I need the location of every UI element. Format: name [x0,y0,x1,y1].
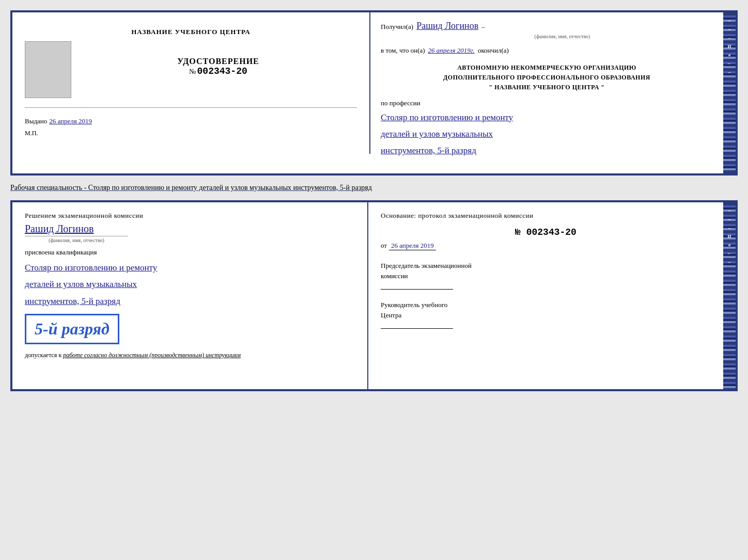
top-left-panel: НАЗВАНИЕ УЧЕБНОГО ЦЕНТРА УДОСТОВЕРЕНИЕ №… [12,12,370,154]
top-right-panel: Получил(а) Рашид Логинов – (фамилия, имя… [370,12,723,173]
vtom-date: 26 апреля 2019г. [428,46,475,55]
vtom-label: в том, что он(а) [381,46,425,55]
qual-line1: Столяр по изготовлению и ремонту [25,260,355,276]
rukovoditel-sign-line [381,328,453,329]
vydano-value: 26 апреля 2019 [49,117,92,125]
right-edge-top: – – – И а ← – [723,12,736,173]
bottom-right-panel: Основание: протокол экзаменационной коми… [368,202,723,389]
dopusk-label: допускается к [25,351,61,359]
predsedatel-line1: Председатель экзаменационной [381,261,711,271]
profession-line1: Столяр по изготовлению и ремонту [381,109,713,126]
qual-line3: инструментов, 5-й разряд [25,293,355,310]
predsedatel-block: Председатель экзаменационной комиссии [381,261,711,290]
mp-label: М.П. [25,130,38,137]
po-professii-top: по профессии [381,99,713,107]
okonchil-text: окончил(а) [478,46,509,55]
profession-text-top: Столяр по изготовлению и ремонту деталей… [381,109,713,159]
bottom-left-panel: Решением экзаменационной комиссии Рашид … [12,202,368,389]
osnovanie-text: Основание: протокол экзаменационной коми… [381,212,711,220]
photo-placeholder [25,41,71,98]
razryad-big: 5-й разряд [35,319,110,338]
vydano-label: Выдано [25,117,47,125]
org-line2: ДОПОЛНИТЕЛЬНОГО ПРОФЕССИОНАЛЬНОГО ОБРАЗО… [381,73,713,83]
cert-number-top: 002343-20 [197,66,247,76]
profession-line3: инструментов, 5-й разряд [381,142,713,159]
right-edge-bottom: – – – И а ← – [723,202,736,389]
predsedatel-line2: комиссии [381,271,711,281]
specialty-label: Рабочая специальность - Столяр по изгото… [10,182,738,194]
protocol-num: 002343-20 [526,227,576,237]
dopusk-value: работе согласно должностным (производств… [63,351,241,359]
vydano-line: Выдано 26 апреля 2019 [25,117,92,125]
rukovoditel-line1: Руководитель учебного [381,300,711,310]
certificate-top: НАЗВАНИЕ УЧЕБНОГО ЦЕНТРА УДОСТОВЕРЕНИЕ №… [10,10,738,175]
rukovoditel-line2: Центра [381,310,711,321]
udostoverenie-label: УДОСТОВЕРЕНИЕ [177,57,259,66]
ot-date: 26 апреля 2019 [389,242,436,250]
protocol-prefix: № [515,227,521,237]
poluchil-name: Рашид Логинов [416,21,478,31]
org-block: АВТОНОМНУЮ НЕКОММЕРЧЕСКУЮ ОРГАНИЗАЦИЮ ДО… [381,63,713,93]
qualification-text: Столяр по изготовлению и ремонту деталей… [25,260,355,310]
certificate-bottom: Решением экзаменационной комиссии Рашид … [10,200,738,391]
cert-id-block: УДОСТОВЕРЕНИЕ № 002343-20 [177,57,259,76]
ot-label: от [381,242,387,250]
org-line1: АВТОНОМНУЮ НЕКОММЕРЧЕСКУЮ ОРГАНИЗАЦИЮ [381,63,713,73]
prisvoena-text: присвоена квалификация [25,248,355,257]
vtom-line: в том, что он(а) 26 апреля 2019г. окончи… [381,46,713,55]
protocol-number: № 002343-20 [381,227,711,237]
bottom-name: Рашид Логинов [25,223,355,235]
profession-line2: деталей и узлов музыкальных [381,126,713,142]
school-name-top: НАЗВАНИЕ УЧЕБНОГО ЦЕНТРА [25,28,357,36]
razryad-box: 5-й разряд [25,314,119,344]
fio-label-top: (фамилия, имя, отчество) [412,34,713,39]
poluchil-label: Получил(а) [381,23,413,31]
org-line3: " НАЗВАНИЕ УЧЕБНОГО ЦЕНТРА " [381,83,713,92]
ot-line: от 26 апреля 2019 [381,242,711,250]
number-prefix-top: № [189,68,196,76]
qual-line2: деталей и узлов музыкальных [25,276,355,293]
poluchil-line: Получил(а) Рашид Логинов – [381,21,713,31]
dopuskaetsya-line: допускается к работе согласно должностны… [25,351,355,359]
resheniem-text: Решением экзаменационной комиссии [25,212,355,220]
fio-sub-bottom: (фамилия, имя, отчество) [25,236,128,243]
rukovoditel-block: Руководитель учебного Центра [381,300,711,329]
page-wrapper: НАЗВАНИЕ УЧЕБНОГО ЦЕНТРА УДОСТОВЕРЕНИЕ №… [10,10,738,391]
poluchil-dash: – [481,23,485,31]
predsedatel-sign-line [381,289,453,290]
